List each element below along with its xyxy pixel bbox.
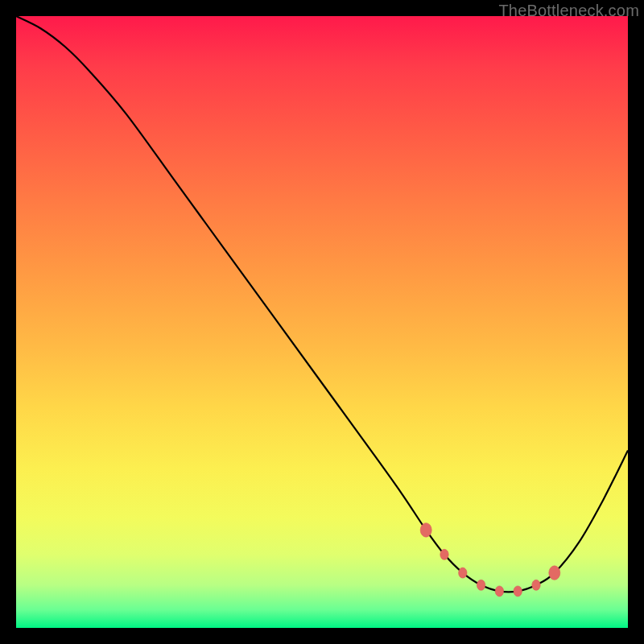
optimal-region-markers <box>420 523 560 597</box>
chart-container: TheBottleneck.com <box>0 0 644 644</box>
plot-area <box>16 16 628 628</box>
curve-line <box>16 16 628 592</box>
marker-dot <box>459 568 467 578</box>
marker-dot <box>440 549 448 559</box>
marker-dot <box>495 586 503 597</box>
marker-dot <box>420 523 431 538</box>
marker-dot <box>477 580 485 590</box>
marker-dot <box>532 580 540 590</box>
marker-dot <box>514 586 522 597</box>
bottleneck-curve <box>16 16 628 628</box>
marker-dot <box>549 566 560 580</box>
